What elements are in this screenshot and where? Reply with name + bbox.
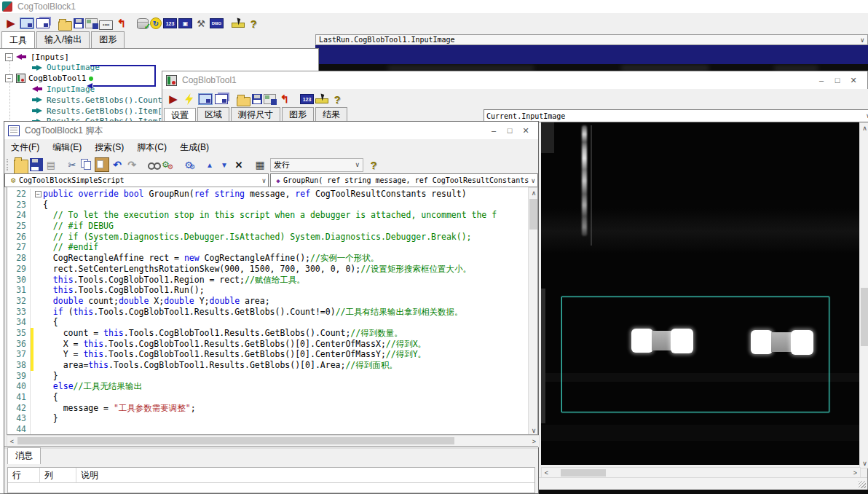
help-icon[interactable] [246, 16, 261, 31]
open-icon[interactable] [58, 21, 72, 31]
message-column-行[interactable]: 行 [8, 468, 40, 482]
copy-icon[interactable] [80, 158, 93, 171]
gears-icon[interactable] [182, 158, 195, 171]
maximize-button[interactable] [829, 74, 845, 87]
undo-icon[interactable] [111, 158, 124, 171]
tools-icon[interactable] [194, 16, 208, 31]
help-icon[interactable] [367, 158, 380, 171]
print-icon[interactable] [44, 158, 58, 171]
scroll-left-icon[interactable]: < [542, 469, 551, 477]
scroll-down-icon[interactable]: ∨ [529, 426, 538, 435]
code-editor[interactable]: 22public override bool GroupRun(ref stri… [7, 187, 538, 435]
editor-vertical-scrollbar[interactable]: ∧ ∨ [528, 187, 538, 435]
scroll-left-icon[interactable]: < [7, 438, 17, 445]
up-icon[interactable] [203, 158, 216, 171]
message-column-列[interactable]: 列 [40, 468, 76, 482]
tree-item[interactable]: InputImage [32, 84, 95, 94]
maximize-button[interactable] [502, 125, 518, 137]
measure-icon[interactable] [232, 18, 245, 28]
find-icon[interactable] [146, 158, 159, 171]
scroll-right-icon[interactable]: > [529, 438, 539, 445]
search-region-overlay[interactable] [561, 297, 829, 412]
reset-icon[interactable] [114, 16, 129, 31]
scroll-down-icon[interactable]: ∨ [860, 458, 868, 468]
tab-结果[interactable]: 结果 [315, 107, 347, 122]
tab-输入/输出[interactable]: 输入/输出 [36, 31, 90, 48]
save-icon[interactable] [74, 18, 84, 28]
display-icon[interactable] [178, 18, 192, 28]
code-line: 38 area=this.Tools.CogBlobTool1.Results.… [7, 360, 526, 371]
tab-区域[interactable]: 区域 [197, 107, 229, 122]
save-icon[interactable] [252, 94, 262, 104]
tab-测得尺寸[interactable]: 测得尺寸 [231, 107, 280, 122]
tab-图形[interactable]: 图形 [282, 107, 314, 122]
tree-expander-icon[interactable] [5, 74, 13, 82]
debug-icon[interactable] [210, 18, 224, 28]
script-class-dropdown[interactable]: CogToolBlockSimpleScript [4, 173, 269, 187]
save-icon[interactable] [30, 158, 43, 171]
numeric-icon[interactable] [163, 18, 177, 28]
chevron-down-icon[interactable] [861, 36, 864, 44]
scrollbar-thumb[interactable] [561, 469, 606, 477]
show-image-copy-icon[interactable] [215, 94, 228, 104]
measure-icon[interactable] [315, 94, 328, 104]
fold-collapse-icon[interactable] [35, 191, 42, 197]
menu-搜索(S)[interactable]: 搜索(S) [88, 139, 130, 156]
show-image-icon[interactable] [20, 18, 33, 28]
minimize-button[interactable] [813, 74, 829, 87]
menu-文件(F)[interactable]: 文件(F) [4, 139, 46, 156]
record-selector-dropdown[interactable]: Current.InputImage [484, 109, 868, 122]
menu-编辑(E)[interactable]: 编辑(E) [46, 139, 88, 156]
scroll-up-icon[interactable]: ∧ [860, 123, 868, 133]
open-icon[interactable] [237, 97, 250, 106]
down-icon[interactable] [218, 158, 231, 171]
image-vertical-scrollbar[interactable]: ∧ ∨ [859, 122, 868, 468]
close-button[interactable] [845, 74, 861, 87]
replace-icon[interactable] [161, 158, 174, 171]
close-button[interactable] [518, 125, 534, 137]
run-icon[interactable] [166, 92, 181, 106]
blob-image-display[interactable] [541, 122, 859, 465]
paste-icon[interactable] [95, 157, 109, 172]
tree-item[interactable]: OutputImage [32, 63, 100, 73]
tree-expander-icon[interactable] [5, 53, 13, 61]
tree-item[interactable]: Results.GetBlobs().Count [32, 95, 162, 105]
menu-脚本(C)[interactable]: 脚本(C) [130, 139, 173, 156]
show-image-copy-icon[interactable] [36, 18, 50, 28]
cogblobtool-titlebar[interactable]: CogBlobTool1 [162, 71, 867, 89]
build-configuration-dropdown[interactable]: 发行 [270, 158, 363, 172]
save-image-icon[interactable] [264, 94, 276, 104]
reset-icon[interactable] [277, 92, 292, 106]
delete-icon[interactable] [232, 158, 245, 171]
cut-icon[interactable] [66, 158, 79, 171]
save-image-icon[interactable] [85, 18, 98, 28]
run-icon[interactable] [4, 16, 18, 31]
scrollbar-thumb[interactable] [861, 288, 868, 346]
numeric-icon[interactable] [300, 94, 314, 104]
open-icon[interactable] [14, 160, 28, 174]
tree-item[interactable]: [Inputs] [5, 52, 69, 62]
lastrun-record-selector[interactable]: LastRun.CogBlobTool1.InputImage [315, 34, 868, 45]
script-window-titlebar[interactable]: CogToolBlock1 脚本 [4, 122, 538, 139]
grid-icon[interactable] [253, 158, 267, 171]
tab-工具[interactable]: 工具 [1, 31, 35, 49]
scroll-up-icon[interactable]: ∧ [529, 188, 538, 197]
refresh-icon[interactable] [150, 17, 162, 29]
redo-icon[interactable] [125, 158, 138, 171]
show-image-icon[interactable] [199, 94, 212, 104]
scrollbar-thumb[interactable] [17, 437, 454, 444]
message-column-说明[interactable]: 说明 [76, 468, 534, 482]
help-icon[interactable] [330, 92, 344, 106]
method-dropdown[interactable]: GroupRun( ref string message, ref CogToo… [270, 173, 538, 187]
database-icon[interactable] [137, 18, 149, 29]
ellipsis-icon[interactable] [99, 20, 113, 30]
scroll-right-icon[interactable]: > [851, 469, 860, 477]
scrollbar-thumb[interactable] [529, 199, 537, 230]
minimize-button[interactable] [486, 125, 502, 137]
menu-生成(B)[interactable]: 生成(B) [173, 139, 216, 156]
tab-图形[interactable]: 图形 [91, 31, 125, 48]
resize-grip-icon[interactable] [859, 481, 866, 488]
lightning-icon[interactable] [182, 92, 197, 106]
tab-messages[interactable]: 消息 [7, 447, 41, 464]
tree-item[interactable]: CogBlobTool1 [5, 74, 93, 84]
